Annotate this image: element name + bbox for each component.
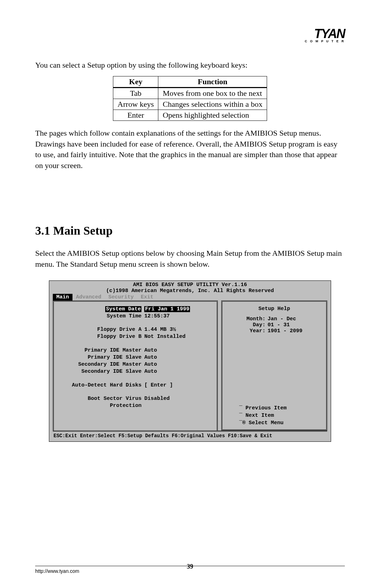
- bios-field-system-date[interactable]: System Date Fri Jan 1 1999: [57, 306, 214, 313]
- bios-tab-advanced[interactable]: Advanced: [72, 294, 105, 301]
- bios-help-year: Year:1901 - 2099: [225, 328, 323, 334]
- bios-title-2: (c)1998 American Megatrends, Inc. All Ri…: [49, 288, 331, 294]
- bios-help-month: Month:Jan - Dec: [225, 316, 323, 322]
- description-text: The pages which follow contain explanati…: [35, 128, 345, 171]
- bios-field-pide-slave[interactable]: Primary IDE Slave Auto: [57, 354, 214, 361]
- bios-tab-row: Main Advanced Security Exit: [49, 294, 331, 301]
- bios-field-side-master[interactable]: Secondary IDE Master Auto: [57, 361, 214, 368]
- page-footer: http://www.tyan.com 39: [35, 566, 345, 574]
- bios-tab-main[interactable]: Main: [53, 294, 72, 301]
- bios-tab-exit[interactable]: Exit: [137, 294, 157, 301]
- bios-screenshot: AMI BIOS EASY SETUP UTILITY Ver.1.16 (c)…: [49, 280, 331, 442]
- bios-help-nav: ¯ Previous Item ¯ Next Item ¯® Select Me…: [225, 404, 323, 427]
- bios-field-system-time[interactable]: System Time 12:55:37: [57, 313, 214, 320]
- section-heading: 3.1 Main Setup: [35, 224, 345, 237]
- bios-field-side-slave[interactable]: Secondary IDE Slave Auto: [57, 368, 214, 375]
- table-row: Arrow keys Changes selections within a b…: [113, 99, 267, 110]
- bios-footer-keys: ESC:Exit Enter:Select F5:Setup Defaults …: [53, 431, 327, 439]
- th-function: Function: [158, 76, 267, 87]
- bios-field-floppy-b[interactable]: Floppy Drive B Not Installed: [57, 333, 214, 340]
- bios-help-day: Day:01 - 31: [225, 322, 323, 328]
- bios-help-panel: Setup Help Month:Jan - Dec Day:01 - 31 Y…: [221, 301, 327, 431]
- logo-sub: C O M P U T E R: [305, 39, 345, 43]
- bios-main-panel: System Date Fri Jan 1 1999 System Time 1…: [53, 301, 218, 431]
- logo-main: TYAN: [305, 28, 345, 39]
- table-row: Enter Opens highlighted selection: [113, 110, 267, 120]
- intro-text: You can select a Setup option by using t…: [35, 60, 345, 71]
- bios-field-floppy-a[interactable]: Floppy Drive A 1.44 MB 3½: [57, 326, 214, 333]
- section-description: Select the AMIBIOS Setup options below b…: [35, 248, 345, 270]
- bios-title-1: AMI BIOS EASY SETUP UTILITY Ver.1.16: [49, 282, 331, 288]
- th-key: Key: [113, 76, 158, 87]
- bios-field-pide-master[interactable]: Primary IDE Master Auto: [57, 347, 214, 354]
- page-number: 39: [35, 563, 345, 570]
- brand-logo: TYAN C O M P U T E R: [305, 28, 345, 43]
- key-function-table: Key Function Tab Moves from one box to t…: [113, 76, 267, 121]
- bios-field-autodetect[interactable]: Auto-Detect Hard Disks [ Enter ]: [57, 382, 214, 389]
- bios-field-bootvirus[interactable]: Boot Sector Virus Protection Disabled: [57, 395, 214, 410]
- bios-tab-security[interactable]: Security: [105, 294, 137, 301]
- table-row: Tab Moves from one box to the next: [113, 87, 267, 99]
- bios-help-title: Setup Help: [225, 306, 323, 312]
